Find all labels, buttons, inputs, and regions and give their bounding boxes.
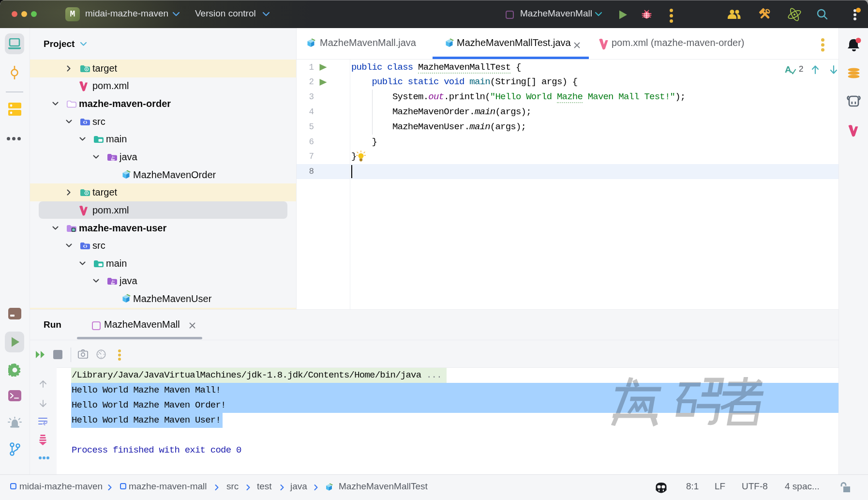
svg-text:A: A <box>785 64 792 75</box>
